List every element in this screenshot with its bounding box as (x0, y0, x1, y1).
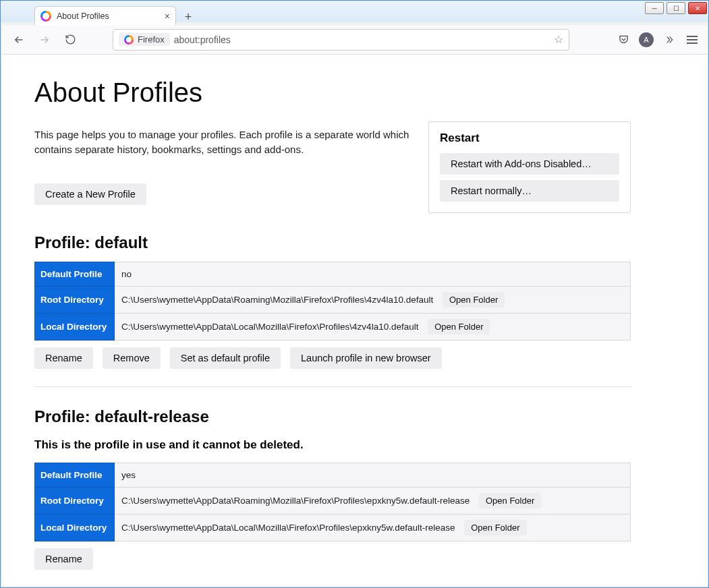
identity-box[interactable]: Firefox (119, 33, 170, 46)
intro-text: This page helps you to manage your profi… (34, 127, 412, 157)
restart-normally-button[interactable]: Restart normally… (440, 180, 619, 202)
new-tab-button[interactable]: + (180, 9, 196, 25)
th-root-dir: Root Directory (35, 488, 115, 514)
browser-tab[interactable]: About Profiles × (34, 6, 176, 25)
in-use-message: This is the profile in use and it cannot… (34, 438, 631, 452)
separator (34, 386, 631, 387)
table-row: Local Directory C:\Users\wymette\AppData… (35, 314, 631, 341)
root-path: C:\Users\wymette\AppData\Roaming\Mozilla… (121, 295, 433, 305)
table-row: Local Directory C:\Users\wymette\AppData… (35, 514, 631, 541)
tab-title: About Profiles (57, 11, 159, 21)
profile-actions: Rename (34, 548, 631, 570)
open-folder-button[interactable]: Open Folder (464, 520, 526, 535)
local-path: C:\Users\wymette\AppData\Local\Mozilla\F… (121, 322, 418, 332)
rename-button[interactable]: Rename (34, 548, 93, 570)
profile-table: Default Profile yes Root Directory C:\Us… (34, 463, 631, 541)
browser-toolbar: Firefox about:profiles ☆ A (2, 25, 707, 55)
th-default-profile: Default Profile (35, 262, 115, 287)
url-text: about:profiles (174, 34, 231, 45)
local-path: C:\Users\wymette\AppData\Local\Mozilla\F… (121, 523, 455, 533)
table-row: Root Directory C:\Users\wymette\AppData\… (35, 488, 631, 514)
td-local-dir: C:\Users\wymette\AppData\Local\Mozilla\F… (115, 514, 631, 541)
about-profiles-content: About Profiles This page helps you to ma… (2, 55, 663, 586)
account-button[interactable]: A (638, 32, 654, 48)
td-default-value: yes (115, 463, 631, 488)
profile-actions: Rename Remove Set as default profile Lau… (34, 347, 631, 369)
url-bar[interactable]: Firefox about:profiles ☆ (113, 29, 569, 51)
firefox-icon (40, 11, 51, 22)
reload-icon (65, 34, 76, 45)
pocket-icon (618, 34, 629, 45)
tab-strip: About Profiles × + (34, 5, 196, 25)
toolbar-right-icons: A (615, 32, 700, 48)
table-row: Root Directory C:\Users\wymette\AppData\… (35, 287, 631, 314)
forward-button[interactable] (34, 30, 55, 50)
profile-heading: Profile: default-release (34, 407, 631, 426)
window-frame: ─ ☐ ✕ About Profiles × + Firefox about:p… (0, 0, 709, 588)
firefox-icon (124, 35, 134, 45)
content-viewport[interactable]: About Profiles This page helps you to ma… (2, 55, 707, 586)
avatar-letter: A (644, 36, 648, 44)
tab-close-icon[interactable]: × (165, 11, 170, 21)
window-maximize-button[interactable]: ☐ (667, 2, 685, 14)
td-root-dir: C:\Users\wymette\AppData\Roaming\Mozilla… (115, 488, 631, 514)
overflow-button[interactable] (661, 32, 677, 48)
open-folder-button[interactable]: Open Folder (479, 493, 541, 508)
th-default-profile: Default Profile (35, 463, 115, 488)
restart-addons-disabled-button[interactable]: Restart with Add-ons Disabled… (440, 153, 619, 175)
td-default-value: no (115, 262, 631, 287)
arrow-right-icon (38, 34, 51, 46)
back-button[interactable] (9, 30, 29, 50)
hamburger-icon (687, 36, 698, 37)
set-default-button[interactable]: Set as default profile (170, 347, 281, 369)
window-controls: ─ ☐ ✕ (645, 2, 707, 14)
pocket-button[interactable] (615, 32, 631, 48)
create-profile-button[interactable]: Create a New Profile (34, 183, 146, 205)
profile-heading: Profile: default (34, 233, 631, 252)
app-menu-button[interactable] (684, 32, 700, 48)
th-root-dir: Root Directory (35, 287, 115, 314)
restart-heading: Restart (440, 131, 619, 145)
table-row: Default Profile yes (35, 463, 631, 488)
page-title: About Profiles (34, 78, 631, 108)
remove-button[interactable]: Remove (103, 347, 161, 369)
restart-box: Restart Restart with Add-ons Disabled… R… (428, 121, 631, 213)
chevron-double-right-icon (664, 34, 675, 45)
avatar: A (639, 32, 654, 47)
bookmark-star-icon[interactable]: ☆ (554, 33, 563, 46)
window-close-button[interactable]: ✕ (688, 2, 707, 14)
profile-table: Default Profile no Root Directory C:\Use… (34, 262, 631, 341)
th-local-dir: Local Directory (35, 514, 115, 541)
arrow-left-icon (13, 34, 25, 46)
identity-label: Firefox (138, 34, 165, 45)
root-path: C:\Users\wymette\AppData\Roaming\Mozilla… (121, 496, 470, 506)
rename-button[interactable]: Rename (34, 347, 93, 369)
window-minimize-button[interactable]: ─ (645, 2, 664, 14)
open-folder-button[interactable]: Open Folder (428, 319, 490, 334)
table-row: Default Profile no (35, 262, 631, 287)
td-local-dir: C:\Users\wymette\AppData\Local\Mozilla\F… (115, 314, 631, 341)
th-local-dir: Local Directory (35, 314, 115, 341)
open-folder-button[interactable]: Open Folder (443, 292, 505, 307)
td-root-dir: C:\Users\wymette\AppData\Roaming\Mozilla… (115, 287, 631, 314)
reload-button[interactable] (60, 30, 80, 50)
launch-profile-button[interactable]: Launch profile in new browser (290, 347, 442, 369)
